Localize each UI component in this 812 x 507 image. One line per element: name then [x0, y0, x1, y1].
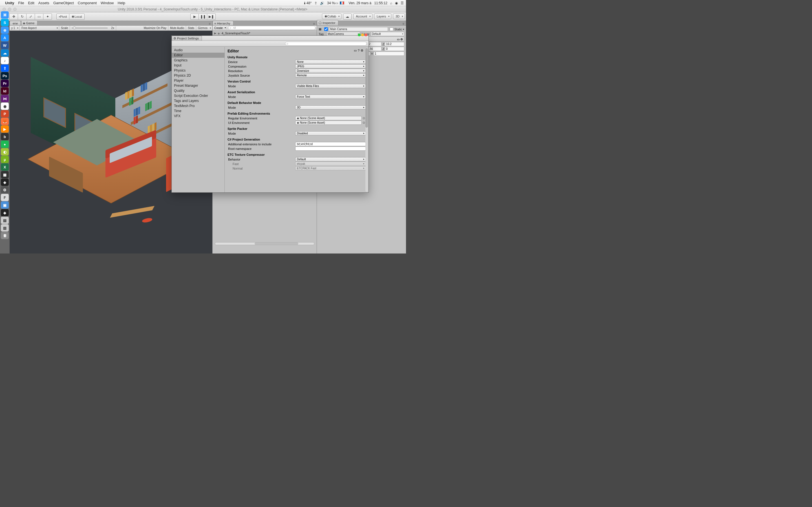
projset-cat-script-execution-order[interactable]: Script Execution Order: [172, 93, 224, 98]
projset-cat-tags-and-layers[interactable]: Tags and Layers: [172, 98, 224, 103]
dock-item-29[interactable]: 🗑: [1, 232, 9, 239]
menu-help[interactable]: Help: [117, 1, 125, 5]
display-dropdown[interactable]: y 1: [10, 25, 20, 31]
help-icon[interactable]: ?: [358, 49, 359, 52]
account-dropdown[interactable]: Account: [353, 13, 372, 19]
local-toggle[interactable]: ◉ Local: [69, 13, 84, 20]
hierarchy-search[interactable]: All: [228, 26, 315, 30]
dock-item-24[interactable]: F: [1, 194, 9, 201]
zoom-dot[interactable]: [13, 8, 17, 11]
pivot-toggle[interactable]: ▪ Pivot: [56, 13, 69, 20]
dock-item-28[interactable]: ▥: [1, 224, 9, 231]
hierarchy-menu-icon[interactable]: ≡: [312, 22, 317, 25]
projset-cat-audio[interactable]: Audio: [172, 48, 224, 53]
ps-close-dot[interactable]: [364, 34, 367, 36]
object-picker-icon[interactable]: ⊙: [362, 116, 366, 120]
menu-edit[interactable]: Edit: [28, 1, 34, 5]
projset-cat-input[interactable]: Input: [172, 63, 224, 68]
dock-item-11[interactable]: ⋈: [1, 95, 9, 102]
tab-scene[interactable]: ene: [10, 21, 21, 25]
active-checkbox[interactable]: [324, 27, 328, 31]
scale-tool[interactable]: ⤢: [27, 13, 35, 20]
inspector-menu-icon[interactable]: ≡: [401, 22, 406, 25]
projset-cat-textmesh-pro[interactable]: TextMesh Pro: [172, 103, 224, 108]
aspect-dropdown[interactable]: Free Aspect: [20, 25, 59, 31]
projset-scrollbar[interactable]: [365, 48, 368, 192]
spotlight-icon[interactable]: ⌕: [390, 1, 392, 5]
dock-item-8[interactable]: Ps: [1, 72, 9, 79]
sprite-mode[interactable]: Disabled: [295, 131, 366, 135]
mute-toggle[interactable]: Mute Audio: [168, 25, 186, 31]
step-button[interactable]: ▶❚: [207, 13, 216, 20]
projset-cat-physics-2d[interactable]: Physics 2D: [172, 73, 224, 78]
tab-inspector[interactable]: ⓘ Inspector: [317, 20, 338, 25]
dock-item-15[interactable]: ▶: [1, 125, 9, 133]
dock-item-10[interactable]: Id: [1, 87, 9, 95]
dock-item-4[interactable]: W: [1, 42, 9, 49]
menu-window[interactable]: Window: [101, 1, 114, 5]
menu-component[interactable]: Component: [78, 1, 97, 5]
projset-cat-time[interactable]: Time: [172, 108, 224, 114]
gizmos-dropdown[interactable]: Gizmos: [196, 25, 212, 31]
gear-icon[interactable]: ⚙: [361, 49, 363, 52]
maximize-toggle[interactable]: Maximize On Play: [142, 25, 168, 31]
layout-dropdown[interactable]: 3D: [393, 13, 405, 19]
dock-item-5[interactable]: ☁: [1, 49, 9, 57]
collab-dropdown[interactable]: ◉ Collab: [322, 13, 342, 19]
remote-compression[interactable]: JPEG: [295, 64, 366, 68]
tab-project-settings[interactable]: ⚙ Project Settings: [172, 36, 202, 41]
projset-cat-physics[interactable]: Physics: [172, 68, 224, 73]
expand-icon[interactable]: ▶: [214, 32, 218, 35]
remote-joystick[interactable]: Remote: [295, 73, 366, 77]
ps-zoom-dot[interactable]: [358, 34, 361, 36]
dock-item-1[interactable]: S: [1, 19, 9, 26]
remote-resolution[interactable]: Downsize: [295, 69, 366, 73]
static-dropdown-icon[interactable]: ▾: [403, 28, 404, 31]
dock-item-13[interactable]: P: [1, 110, 9, 117]
projset-search[interactable]: [285, 42, 367, 46]
move-tool[interactable]: ✥: [10, 13, 18, 20]
scl-y[interactable]: [373, 52, 404, 56]
wifi-icon[interactable]: ⇪: [314, 1, 317, 5]
layer-dropdown[interactable]: Default: [371, 32, 404, 36]
panel-menu-icon[interactable]: ≡: [207, 22, 212, 25]
serial-mode[interactable]: Force Text: [295, 95, 366, 99]
dock-item-7[interactable]: ⇪: [1, 64, 9, 72]
dock-item-26[interactable]: ◈: [1, 209, 9, 216]
behavior-mode[interactable]: 3D: [295, 105, 366, 110]
dock-item-14[interactable]: 🦊: [1, 118, 9, 125]
dock-item-17[interactable]: ●: [1, 140, 9, 148]
scale-slider[interactable]: [70, 27, 109, 29]
dock-item-23[interactable]: ⚙: [1, 186, 9, 193]
rotate-tool[interactable]: ↻: [18, 13, 27, 20]
remote-device[interactable]: None: [295, 60, 366, 64]
csharp-rootns[interactable]: [295, 147, 366, 151]
layers-dropdown[interactable]: Layers: [374, 13, 391, 19]
object-name-field[interactable]: Main Camera: [329, 27, 388, 31]
projset-cat-vfx[interactable]: VFX: [172, 114, 224, 119]
ps-min-dot[interactable]: [361, 34, 364, 36]
prefab-ui[interactable]: ◈ None (Scene Asset): [295, 121, 362, 125]
hierarchy-scrollbar[interactable]: [215, 242, 314, 245]
dock-item-16[interactable]: b: [1, 133, 9, 140]
projset-cat-preset-manager[interactable]: Preset Manager: [172, 83, 224, 88]
csharp-extensions[interactable]: [295, 142, 366, 146]
dock-item-27[interactable]: ▤: [1, 217, 9, 224]
dock-item-22[interactable]: ◈: [1, 179, 9, 186]
help-icon[interactable]: ▭: [397, 38, 400, 41]
projset-cat-graphics[interactable]: Graphics: [172, 58, 224, 63]
static-checkbox[interactable]: [390, 27, 393, 31]
rect-tool[interactable]: ▭: [35, 13, 43, 20]
dock-item-25[interactable]: ▣: [1, 202, 9, 209]
cloud-button[interactable]: ☁: [343, 13, 352, 20]
object-picker-icon[interactable]: ⊙: [362, 121, 366, 124]
vc-mode[interactable]: Visible Meta Files: [295, 84, 366, 88]
dock-item-0[interactable]: ⌘: [1, 11, 9, 18]
dock-item-12[interactable]: ◉: [1, 103, 9, 110]
dock-item-20[interactable]: X: [1, 163, 9, 171]
dock-item-6[interactable]: ♪: [1, 57, 9, 64]
dock-item-18[interactable]: ◐: [1, 148, 9, 156]
input-flag[interactable]: [340, 1, 344, 4]
dock-item-2[interactable]: ⊕: [1, 26, 9, 34]
dock-item-9[interactable]: Pr: [1, 80, 9, 87]
